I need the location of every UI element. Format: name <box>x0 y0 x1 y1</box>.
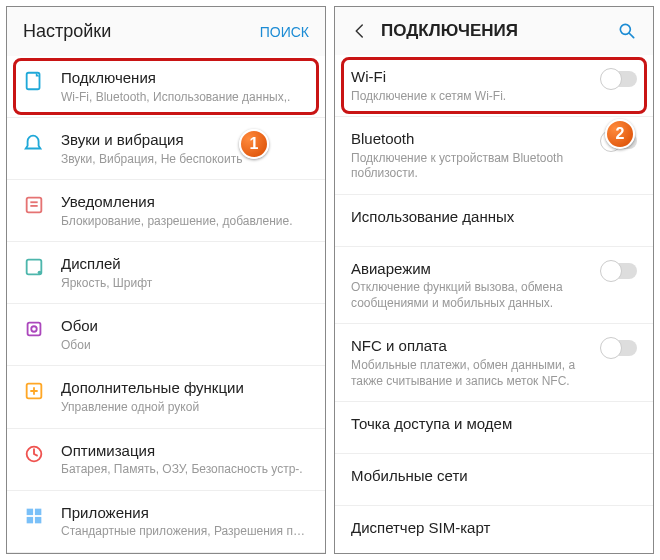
search-icon[interactable] <box>617 21 637 41</box>
item-text: Использование данных <box>351 207 637 227</box>
header: Настройки ПОИСК <box>7 7 325 56</box>
connections-screen: ПОДКЛЮЧЕНИЯ Wi-FiПодключение к сетям Wi-… <box>334 6 654 554</box>
settings-item[interactable]: Дополнительные функцииУправление одной р… <box>7 366 325 428</box>
item-sub: Обои <box>61 338 309 354</box>
item-label: Подключения <box>61 68 309 88</box>
item-icon <box>23 505 45 527</box>
search-button[interactable]: ПОИСК <box>260 24 309 40</box>
item-label: Bluetooth <box>351 129 593 149</box>
page-title: ПОДКЛЮЧЕНИЯ <box>381 21 617 41</box>
item-sub: Подключение к устройствам Bluetooth побл… <box>351 151 593 182</box>
item-text: АвиарежимОтключение функций вызова, обме… <box>351 259 593 312</box>
item-text: УведомленияБлокирование, разрешение, доб… <box>61 192 309 229</box>
connection-item[interactable]: Точка доступа и модем <box>335 402 653 454</box>
item-label: Дополнительные функции <box>61 378 309 398</box>
item-label: Обои <box>61 316 309 336</box>
item-sub: Подключение к сетям Wi-Fi. <box>351 89 593 105</box>
connection-item[interactable]: Использование данных <box>335 195 653 247</box>
item-label: Оптимизация <box>61 441 309 461</box>
item-text: Мобильные сети <box>351 466 637 486</box>
item-label: Wi-Fi <box>351 67 593 87</box>
connection-item[interactable]: Диспетчер SIM-карт <box>335 506 653 554</box>
settings-item[interactable]: ОбоиОбои <box>7 304 325 366</box>
item-text: Звуки и вибрацияЗвуки, Вибрация, Не бесп… <box>61 130 309 167</box>
connection-item[interactable]: NFC и оплатаМобильные платежи, обмен дан… <box>335 324 653 402</box>
item-label: Дисплей <box>61 254 309 274</box>
item-text: ОбоиОбои <box>61 316 309 353</box>
item-icon <box>23 256 45 278</box>
settings-list: ПодключенияWi-Fi, Bluetooth, Использован… <box>7 56 325 554</box>
svg-point-16 <box>620 24 630 34</box>
item-sub: Блокирование, разрешение, добавление. <box>61 214 309 230</box>
svg-point-5 <box>38 271 42 275</box>
connection-item[interactable]: АвиарежимОтключение функций вызова, обме… <box>335 247 653 325</box>
page-title: Настройки <box>23 21 260 42</box>
item-icon <box>23 443 45 465</box>
svg-rect-12 <box>27 517 33 523</box>
svg-rect-6 <box>28 323 41 336</box>
item-sub: Управление одной рукой <box>61 400 309 416</box>
item-icon <box>23 318 45 340</box>
settings-item[interactable]: ПодключенияWi-Fi, Bluetooth, Использован… <box>7 56 325 118</box>
item-sub: Батарея, Память, ОЗУ, Безопасность устр-… <box>61 462 309 478</box>
annotation-badge-1: 1 <box>239 129 269 159</box>
connection-item[interactable]: Wi-FiПодключение к сетям Wi-Fi. <box>335 55 653 117</box>
settings-item[interactable]: ДисплейЯркость, Шрифт <box>7 242 325 304</box>
settings-item[interactable]: ПриложенияСтандартные приложения, Разреш… <box>7 491 325 553</box>
settings-item[interactable]: Звуки и вибрацияЗвуки, Вибрация, Не бесп… <box>7 118 325 180</box>
svg-rect-11 <box>35 508 41 514</box>
item-label: Использование данных <box>351 207 637 227</box>
item-text: Точка доступа и модем <box>351 414 637 434</box>
item-sub: Яркость, Шрифт <box>61 276 309 292</box>
item-label: Приложения <box>61 503 309 523</box>
item-icon <box>23 132 45 154</box>
item-sub: Отключение функций вызова, обмена сообще… <box>351 280 593 311</box>
svg-rect-10 <box>27 508 33 514</box>
svg-rect-13 <box>35 517 41 523</box>
svg-point-7 <box>31 327 37 333</box>
item-label: NFC и оплата <box>351 336 593 356</box>
item-icon <box>23 194 45 216</box>
item-label: Авиарежим <box>351 259 593 279</box>
back-icon[interactable] <box>351 22 369 40</box>
item-text: Wi-FiПодключение к сетям Wi-Fi. <box>351 67 593 104</box>
item-text: ОптимизацияБатарея, Память, ОЗУ, Безопас… <box>61 441 309 478</box>
toggle-switch[interactable] <box>601 340 637 356</box>
item-label: Точка доступа и модем <box>351 414 637 434</box>
item-label: Мобильные сети <box>351 466 637 486</box>
item-label: Звуки и вибрация <box>61 130 309 150</box>
item-sub: Wi-Fi, Bluetooth, Использование данных,. <box>61 90 309 106</box>
toggle-switch[interactable] <box>601 71 637 87</box>
item-label: Диспетчер SIM-карт <box>351 518 637 538</box>
item-text: NFC и оплатаМобильные платежи, обмен дан… <box>351 336 593 389</box>
item-text: Диспетчер SIM-карт <box>351 518 637 538</box>
item-text: Дополнительные функцииУправление одной р… <box>61 378 309 415</box>
item-text: ПодключенияWi-Fi, Bluetooth, Использован… <box>61 68 309 105</box>
toggle-switch[interactable] <box>601 263 637 279</box>
item-sub: Звуки, Вибрация, Не беспокоить <box>61 152 309 168</box>
annotation-badge-2: 2 <box>605 119 635 149</box>
settings-item[interactable]: УведомленияБлокирование, разрешение, доб… <box>7 180 325 242</box>
item-label: Уведомления <box>61 192 309 212</box>
settings-screen: Настройки ПОИСК ПодключенияWi-Fi, Blueto… <box>6 6 326 554</box>
item-icon <box>23 380 45 402</box>
connection-item[interactable]: Мобильные сети <box>335 454 653 506</box>
item-text: ПриложенияСтандартные приложения, Разреш… <box>61 503 309 540</box>
item-icon <box>23 70 45 92</box>
svg-line-17 <box>630 34 634 38</box>
item-text: ДисплейЯркость, Шрифт <box>61 254 309 291</box>
settings-item[interactable]: Экран блокировки и защита <box>7 553 325 554</box>
item-text: BluetoothПодключение к устройствам Bluet… <box>351 129 593 182</box>
header: ПОДКЛЮЧЕНИЯ <box>335 7 653 55</box>
settings-item[interactable]: ОптимизацияБатарея, Память, ОЗУ, Безопас… <box>7 429 325 491</box>
item-sub: Мобильные платежи, обмен данными, а такж… <box>351 358 593 389</box>
item-sub: Стандартные приложения, Разрешения прило… <box>61 524 309 540</box>
